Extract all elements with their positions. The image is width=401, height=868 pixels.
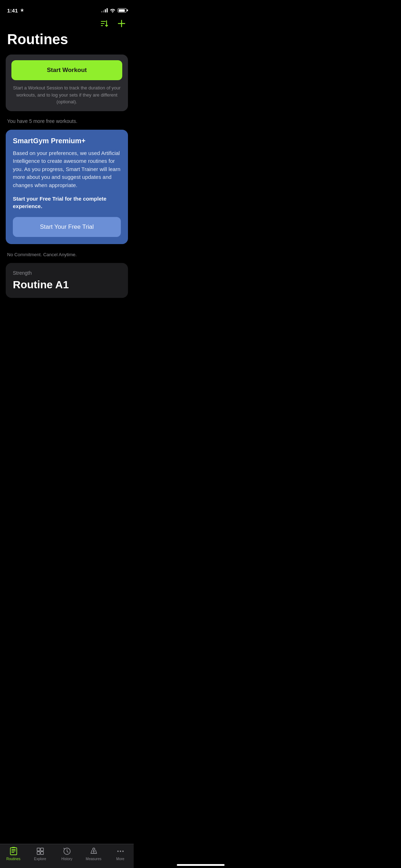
- no-commitment-text: No Commitment. Cancel Anytime.: [6, 248, 128, 263]
- sort-button[interactable]: [99, 19, 109, 29]
- premium-title: SmartGym Premium+: [13, 137, 121, 145]
- premium-cta: Start your Free Trial for the complete e…: [13, 195, 121, 210]
- start-workout-button[interactable]: Start Workout: [11, 60, 122, 80]
- signal-icon: [101, 8, 108, 12]
- free-workouts-text: You have 5 more free workouts.: [6, 117, 128, 130]
- header-toolbar: [0, 16, 134, 31]
- free-trial-button[interactable]: Start Your Free Trial: [13, 217, 121, 237]
- page-title: Routines: [0, 31, 134, 55]
- status-indicators: [101, 8, 127, 12]
- battery-icon: [118, 8, 127, 12]
- routine-name: Routine A1: [13, 279, 121, 291]
- premium-card: SmartGym Premium+ Based on your preferen…: [6, 130, 128, 244]
- routine-category: Strength: [13, 270, 121, 276]
- status-bar: 1:41: [0, 0, 134, 16]
- premium-description: Based on your preferences, we used Artif…: [13, 149, 121, 190]
- add-button[interactable]: [117, 19, 127, 29]
- start-workout-card: Start Workout Start a Workout Session to…: [6, 55, 128, 111]
- main-content: Start Workout Start a Workout Session to…: [0, 55, 134, 334]
- start-workout-description: Start a Workout Session to track the dur…: [11, 84, 122, 105]
- routine-card[interactable]: Strength Routine A1: [6, 263, 128, 298]
- wifi-icon: [110, 8, 115, 12]
- status-time: 1:41: [7, 7, 24, 14]
